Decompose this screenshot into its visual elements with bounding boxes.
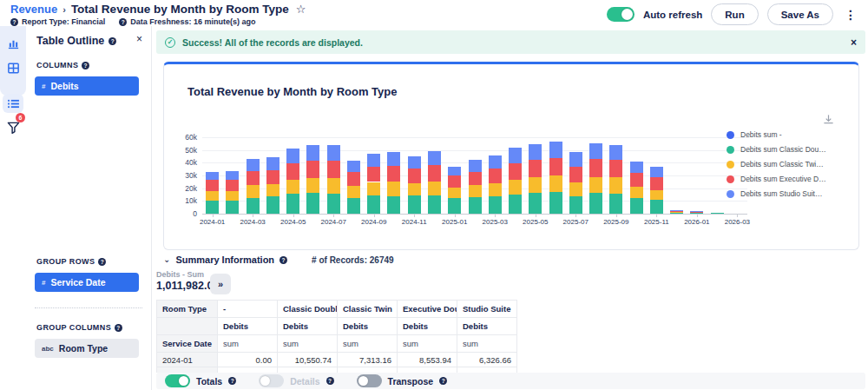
y-axis-tick-label: 40k <box>185 158 197 167</box>
x-axis-tick <box>536 215 536 217</box>
numeric-type-icon: # <box>42 279 45 287</box>
help-icon[interactable]: ? <box>108 37 116 45</box>
bar-segment <box>489 183 502 196</box>
text-type-icon: abc <box>42 345 54 353</box>
pill-label: Debits <box>50 81 78 91</box>
filter-count-badge: 6 <box>16 113 25 122</box>
bar-segment <box>327 194 340 214</box>
group-rows-section-label: GROUP ROWS ? <box>36 257 106 266</box>
x-axis-tick <box>737 215 738 217</box>
bar-segment <box>266 196 279 214</box>
x-axis-tick <box>575 215 576 217</box>
auto-refresh-toggle[interactable] <box>607 7 635 22</box>
transpose-label: Transpose <box>388 376 434 387</box>
totals-toggle[interactable] <box>165 374 190 387</box>
bar-segment <box>690 213 703 214</box>
bar-segment <box>327 178 340 194</box>
bar-segment <box>306 161 319 178</box>
bar-segment <box>286 194 299 214</box>
legend-item[interactable]: Debits sum Executive D… <box>727 175 826 183</box>
download-icon[interactable] <box>823 113 834 129</box>
bar-segment <box>306 193 319 214</box>
panel-title-row: Table Outline ? <box>36 35 116 47</box>
chevron-down-icon[interactable]: ⌄ <box>163 257 170 262</box>
help-icon[interactable]: ? <box>439 377 447 385</box>
y-axis-tick-label: 30k <box>185 171 197 180</box>
breadcrumb-root-link[interactable]: Revenue <box>10 3 57 16</box>
toggle-knob <box>358 376 368 386</box>
bar-segment <box>286 149 299 163</box>
service-date-header-label: Service Date <box>162 339 212 348</box>
x-axis-line <box>202 214 747 215</box>
bar-segment <box>206 172 219 180</box>
measure-header-cell: Debits <box>338 318 398 335</box>
help-icon[interactable]: ? <box>228 377 236 385</box>
bar-segment <box>509 180 522 195</box>
column-group-header[interactable]: Classic Twin <box>338 301 398 318</box>
bar-segment <box>226 191 239 201</box>
group-row-pill-service-date[interactable]: # Service Date <box>35 273 139 292</box>
legend-item[interactable]: Debits sum Classic Twi… <box>727 160 826 169</box>
legend-item[interactable]: Debits sum Classic Dou… <box>727 145 826 154</box>
column-group-header[interactable]: - <box>218 301 278 318</box>
bar-segment <box>549 175 562 192</box>
help-icon[interactable]: ? <box>115 324 122 332</box>
transpose-toggle[interactable] <box>357 374 382 387</box>
empty-corner-cell <box>157 318 218 335</box>
group-column-pill-room-type[interactable]: abc Room Type <box>35 339 139 358</box>
column-group-header[interactable]: Studio Suite <box>457 301 517 318</box>
legend-item[interactable]: Debits sum Studio Suit… <box>727 189 826 198</box>
bar-segment <box>469 172 482 186</box>
help-icon[interactable]: ? <box>98 258 106 266</box>
pill-label: Room Type <box>59 343 108 354</box>
table-outline-panel: Table Outline ? × COLUMNS ? # Debits GRO… <box>26 26 152 390</box>
expand-metrics-button[interactable]: » <box>210 274 231 294</box>
bar-segment <box>226 180 239 191</box>
info-icon[interactable]: ? <box>10 18 18 26</box>
totals-toggle-group: Totals? <box>165 374 236 387</box>
more-options-icon[interactable]: ⋮ <box>842 8 859 22</box>
banner-close-icon[interactable]: × <box>851 36 857 49</box>
bar-segment <box>589 193 602 214</box>
bar-segment <box>469 197 482 214</box>
check-circle-icon: ✓ <box>165 37 175 48</box>
x-axis-tick-label: 2025-03 <box>483 218 508 226</box>
list-view-icon[interactable] <box>0 92 26 115</box>
column-group-header[interactable]: Executive Double <box>398 301 457 318</box>
service-date-header-cell[interactable]: Service Date↓ <box>157 335 218 353</box>
legend-dot <box>727 131 734 139</box>
run-button[interactable]: Run <box>711 3 758 25</box>
aggregation-cell: sum <box>398 335 457 353</box>
column-pill-debits[interactable]: # Debits <box>35 76 139 96</box>
save-as-button[interactable]: Save As <box>767 3 833 25</box>
room-type-header-cell[interactable]: Room Type→ <box>157 301 218 318</box>
bar-segment <box>247 185 260 197</box>
bar-segment <box>549 192 562 214</box>
table-header-row-groups: Room Type→-Classic DoubleClassic TwinExe… <box>157 301 517 318</box>
bar-segment <box>266 170 279 184</box>
filter-icon[interactable]: 6 <box>0 116 26 139</box>
column-group-header[interactable]: Classic Double <box>278 301 338 318</box>
legend-label: Debits sum - <box>740 130 782 139</box>
columns-section-label: COLUMNS ? <box>36 61 89 69</box>
help-icon[interactable]: ? <box>279 256 287 264</box>
help-icon[interactable]: ? <box>82 62 89 69</box>
bar-segment <box>670 210 683 211</box>
panel-close-icon[interactable]: × <box>136 33 142 45</box>
table-view-icon[interactable] <box>0 56 26 79</box>
bar-segment <box>448 188 461 198</box>
details-toggle[interactable] <box>259 374 284 387</box>
bar-segment <box>711 213 724 214</box>
help-icon[interactable]: ? <box>326 377 334 385</box>
info-icon[interactable]: ? <box>119 18 127 26</box>
favorite-star-icon[interactable]: ☆ <box>296 3 306 16</box>
bar-segment <box>529 177 542 193</box>
bar-segment <box>529 160 542 177</box>
x-axis-tick-label: 2026-03 <box>725 218 750 226</box>
bar-chart-icon[interactable] <box>0 32 26 55</box>
x-axis-tick-label: 2024-09 <box>361 218 386 226</box>
bar-segment <box>509 148 522 162</box>
legend-label: Debits sum Classic Dou… <box>740 145 826 154</box>
y-axis-tick-label: 0 <box>193 209 197 218</box>
legend-item[interactable]: Debits sum - <box>727 130 826 139</box>
